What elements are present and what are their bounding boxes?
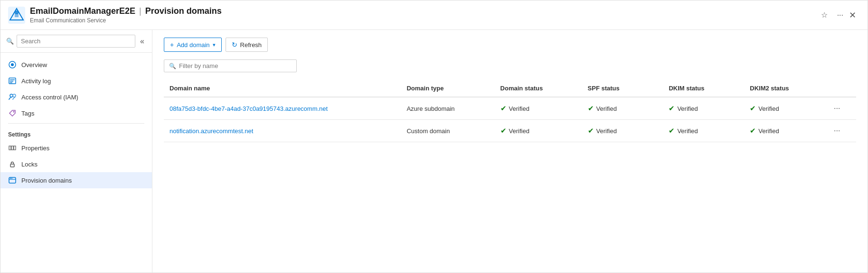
cell-actions: ··· (825, 97, 856, 120)
status-verified: ✔Verified (588, 104, 658, 113)
sidebar-item-overview[interactable]: Overview (0, 57, 152, 73)
sidebar: 🔍 « Overview (0, 30, 152, 273)
svg-rect-15 (14, 146, 16, 150)
main-content: + Add domain ▾ ↻ Refresh 🔍 Domain name (152, 30, 868, 273)
verified-icon: ✔ (669, 104, 675, 113)
sidebar-item-label: Overview (21, 61, 47, 68)
svg-point-5 (11, 63, 14, 66)
filter-container: 🔍 (164, 59, 297, 72)
sidebar-divider (8, 123, 144, 124)
column-domain-status: Domain status (495, 80, 582, 97)
status-label: Verified (509, 105, 529, 112)
sidebar-nav: Overview Activity log (0, 53, 152, 192)
sidebar-item-label: Provision domains (21, 177, 72, 184)
access-control-icon (8, 93, 17, 101)
status-verified: ✔Verified (588, 127, 658, 135)
cell-dkim2-status: ✔Verified (744, 97, 825, 120)
refresh-icon: ↻ (232, 41, 237, 49)
svg-point-11 (13, 94, 16, 97)
tags-icon (8, 109, 17, 117)
refresh-label: Refresh (240, 41, 262, 49)
cell-domain-type: Custom domain (401, 120, 494, 142)
status-label: Verified (758, 127, 779, 135)
sidebar-item-label: Activity log (21, 78, 51, 85)
status-label: Verified (596, 127, 617, 135)
service-name: EmailDomainManagerE2E (30, 6, 135, 16)
svg-rect-7 (10, 79, 15, 80)
locks-icon (8, 160, 17, 168)
overview-icon (8, 60, 17, 69)
table-row: notification.azurecommtest.net Custom do… (164, 120, 856, 142)
svg-point-3 (15, 10, 19, 14)
verified-icon: ✔ (588, 127, 594, 135)
favorite-button[interactable]: ☆ (819, 9, 830, 21)
row-more-button[interactable]: ··· (831, 103, 843, 114)
cell-domain-status: ✔Verified (495, 120, 582, 142)
table-row: 08fa75d3-bfdc-4be7-a4ad-37c0a9195743.azu… (164, 97, 856, 120)
header-title-group: EmailDomainManagerE2E | Provision domain… (30, 6, 813, 24)
column-dkim-status: DKIM status (663, 80, 744, 97)
svg-point-12 (13, 111, 15, 113)
svg-point-10 (10, 94, 13, 97)
cell-dkim-status: ✔Verified (663, 97, 744, 120)
properties-icon (8, 144, 17, 152)
settings-section-label: Settings (0, 126, 152, 140)
domains-table: Domain name Domain type Domain status SP… (164, 80, 856, 142)
svg-point-18 (10, 178, 11, 179)
app-header: EmailDomainManagerE2E | Provision domain… (0, 0, 868, 30)
svg-rect-16 (10, 164, 14, 167)
collapse-sidebar-button[interactable]: « (138, 35, 146, 48)
sidebar-item-locks[interactable]: Locks (0, 156, 152, 172)
sidebar-item-label: Properties (21, 145, 49, 152)
toolbar: + Add domain ▾ ↻ Refresh (164, 38, 856, 52)
status-label: Verified (758, 105, 779, 112)
add-domain-label: Add domain (177, 41, 209, 49)
sidebar-item-properties[interactable]: Properties (0, 140, 152, 156)
status-label: Verified (596, 105, 617, 112)
sidebar-search-container: 🔍 « (0, 30, 152, 53)
search-icon: 🔍 (6, 38, 14, 45)
cell-spf-status: ✔Verified (582, 120, 663, 142)
column-domain-name: Domain name (164, 80, 401, 97)
search-input[interactable] (17, 35, 135, 48)
svg-point-19 (11, 178, 12, 179)
status-verified: ✔Verified (750, 104, 820, 113)
activity-log-icon (8, 77, 17, 85)
status-verified: ✔Verified (500, 127, 576, 135)
provision-domains-icon (8, 176, 17, 185)
verified-icon: ✔ (750, 104, 756, 113)
add-domain-button[interactable]: + Add domain ▾ (164, 38, 222, 52)
header-subtitle: Email Communication Service (30, 17, 813, 24)
verified-icon: ✔ (500, 104, 507, 113)
sidebar-item-tags[interactable]: Tags (0, 105, 152, 121)
sidebar-item-label: Access control (IAM) (21, 94, 78, 101)
svg-rect-13 (9, 146, 11, 150)
status-verified: ✔Verified (669, 104, 738, 113)
status-label: Verified (677, 127, 698, 135)
app-body: 🔍 « Overview (0, 30, 868, 273)
domain-link[interactable]: 08fa75d3-bfdc-4be7-a4ad-37c0a9195743.azu… (170, 105, 328, 112)
close-button[interactable]: ✕ (845, 8, 860, 22)
refresh-button[interactable]: ↻ Refresh (226, 38, 268, 52)
status-verified: ✔Verified (750, 127, 820, 135)
filter-input[interactable] (179, 62, 292, 69)
filter-search-icon: 🔍 (169, 63, 176, 69)
sidebar-item-access-control[interactable]: Access control (IAM) (0, 89, 152, 105)
header-actions: ☆ ··· (819, 9, 845, 21)
more-options-button[interactable]: ··· (835, 9, 845, 21)
add-dropdown-icon: ▾ (213, 42, 216, 48)
sidebar-item-activity-log[interactable]: Activity log (0, 73, 152, 89)
svg-rect-14 (11, 146, 13, 150)
cell-actions: ··· (825, 120, 856, 142)
cell-domain-type: Azure subdomain (401, 97, 494, 120)
cell-spf-status: ✔Verified (582, 97, 663, 120)
domain-link[interactable]: notification.azurecommtest.net (170, 127, 253, 135)
cell-domain-name: 08fa75d3-bfdc-4be7-a4ad-37c0a9195743.azu… (164, 97, 401, 120)
cell-domain-status: ✔Verified (495, 97, 582, 120)
svg-rect-8 (10, 81, 13, 82)
row-more-button[interactable]: ··· (831, 126, 843, 136)
sidebar-item-provision-domains[interactable]: Provision domains (0, 172, 152, 188)
verified-icon: ✔ (588, 104, 594, 113)
column-dkim2-status: DKIM2 status (744, 80, 825, 97)
verified-icon: ✔ (500, 127, 507, 135)
